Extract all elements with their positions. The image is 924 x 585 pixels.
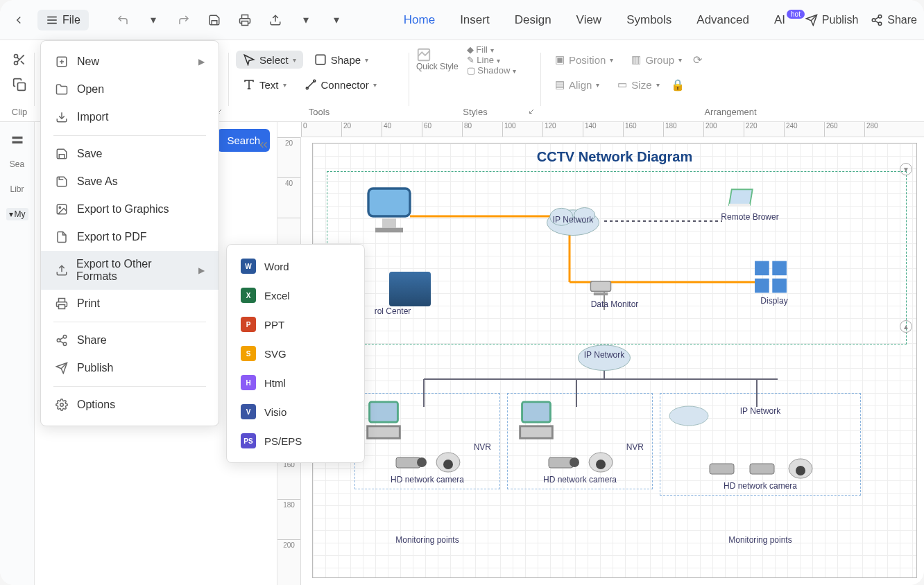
svg-point-62 [570, 457, 579, 467]
connector-tool-button[interactable]: Connector▾ [298, 76, 384, 94]
group-button[interactable]: ▥ Group▾ [624, 51, 689, 69]
layers-icon[interactable] [6, 129, 28, 151]
size-button[interactable]: ▭ Size▾ [610, 76, 666, 94]
more-dropdown[interactable]: ▾ [325, 8, 348, 32]
svg-point-80 [63, 342, 67, 346]
shadow-button[interactable]: ▢ Shadow ▾ [467, 65, 516, 76]
svg-point-56 [417, 457, 427, 467]
svg-rect-47 [594, 292, 608, 295]
file-menu-export-to-graphics[interactable]: Export to Graphics [41, 195, 219, 223]
select-tool-button[interactable]: Select▾ [236, 51, 303, 69]
lock-icon[interactable]: 🔒 [671, 78, 685, 91]
svg-rect-54 [368, 426, 400, 439]
export-format-word[interactable]: WWord [227, 252, 364, 281]
file-menu-export-to-pdf[interactable]: Export to PDF [41, 223, 219, 251]
publish-icon [55, 361, 69, 375]
my-library-item[interactable]: ▾ My [6, 208, 28, 220]
line-button[interactable]: ✎ Line ▾ [467, 55, 516, 65]
svg-point-64 [596, 460, 606, 469]
tab-insert[interactable]: Insert [460, 13, 490, 27]
collapse-panel-button[interactable] [257, 139, 270, 151]
display-node[interactable]: Display [746, 258, 802, 306]
svg-line-81 [60, 341, 63, 343]
export-format-html[interactable]: HHtml [227, 368, 364, 397]
svg-point-78 [63, 335, 67, 339]
tab-advanced[interactable]: Advanced [696, 13, 749, 27]
monitoring-group-1[interactable]: NVR HD network camera [354, 393, 500, 489]
file-menu-print[interactable]: Print [41, 290, 219, 317]
control-center-node[interactable]: rol Center [361, 182, 424, 316]
file-menu-new[interactable]: New▶ [41, 48, 219, 76]
file-menu-button[interactable]: File [37, 10, 89, 30]
svg-rect-53 [370, 402, 398, 422]
text-tool-button[interactable]: Text▾ [236, 76, 293, 94]
import-icon [55, 110, 69, 124]
file-menu-publish[interactable]: Publish [41, 354, 219, 382]
shape-tool-button[interactable]: Shape▾ [307, 51, 375, 69]
group-clipboard-label: Clip [12, 107, 27, 119]
ip-network-node-top[interactable]: IP Network [542, 202, 604, 237]
save-button[interactable] [203, 8, 226, 32]
align-button2[interactable]: ▤ Align▾ [548, 76, 606, 94]
file-menu-open[interactable]: Open [41, 76, 219, 103]
tab-design[interactable]: Design [515, 13, 551, 27]
share-button[interactable]: Share [871, 14, 917, 26]
svg-rect-77 [59, 305, 65, 309]
file-menu-share[interactable]: Share [41, 326, 219, 354]
dialog-launcher-icon[interactable] [529, 106, 537, 114]
export-format-excel[interactable]: XExcel [227, 281, 364, 310]
canvas[interactable]: 020406080100120140160180200220240260280 … [277, 122, 924, 585]
saveas-icon [55, 175, 69, 189]
tab-view[interactable]: View [576, 13, 602, 27]
svg-rect-61 [549, 457, 573, 468]
svg-rect-45 [729, 204, 750, 207]
svg-rect-67 [750, 464, 774, 474]
svg-marker-19 [244, 55, 254, 64]
file-menu: New▶OpenImportSaveSave AsExport to Graph… [40, 40, 219, 426]
svg-point-85 [60, 403, 64, 407]
scroll-down-marker[interactable]: ▼ [900, 163, 912, 175]
monitoring-group-2[interactable]: NVR HD network camera [507, 393, 653, 489]
export-dropdown[interactable]: ▾ [294, 8, 318, 32]
export-button[interactable] [264, 8, 287, 32]
rotate-icon[interactable]: ⟳ [693, 53, 702, 67]
svg-rect-27 [12, 137, 22, 139]
fill-button[interactable]: ◆ Fill ▾ [467, 44, 516, 55]
print-button[interactable] [233, 8, 257, 32]
data-monitor-node[interactable]: Data Monitor [583, 275, 646, 309]
svg-rect-39 [368, 189, 410, 216]
cut-icon[interactable] [12, 53, 26, 67]
file-menu-import[interactable]: Import [41, 103, 219, 131]
file-menu-save-as[interactable]: Save As [41, 168, 219, 195]
copy-icon[interactable] [12, 78, 26, 91]
publish-button[interactable]: Publish [805, 14, 858, 26]
quick-style-button[interactable]: Quick Style [416, 47, 459, 71]
file-menu-save[interactable]: Save [41, 140, 219, 168]
export-format-svg[interactable]: SSVG [227, 339, 364, 368]
export-format-pseps[interactable]: PSPS/EPS [227, 426, 364, 455]
svg-point-79 [57, 339, 60, 342]
page[interactable]: CCTV Network Diagram [312, 143, 917, 578]
undo-button[interactable] [111, 8, 135, 32]
ip-network-node-middle[interactable]: IP Network [573, 338, 635, 372]
file-menu-options[interactable]: Options [41, 391, 219, 419]
svg-rect-60 [520, 426, 553, 439]
redo-button[interactable] [172, 8, 196, 32]
tab-home[interactable]: Home [404, 13, 435, 27]
tab-ai[interactable]: AIhot [774, 13, 803, 27]
undo-dropdown[interactable]: ▾ [142, 8, 165, 32]
ps/eps-icon: PS [241, 433, 256, 448]
tab-symbols[interactable]: Symbols [626, 13, 671, 27]
export-format-visio[interactable]: VVisio [227, 397, 364, 426]
file-menu-export-to-other-formats[interactable]: Export to Other Formats▶ [41, 251, 219, 290]
monitoring-group-3[interactable]: IP Network HD network camera [660, 393, 861, 496]
svg-rect-28 [12, 141, 22, 143]
svg-rect-41 [375, 228, 403, 233]
remote-browser-node[interactable]: Remote Brower [715, 182, 785, 222]
back-button[interactable] [7, 8, 31, 32]
monitoring-label-1: Monitoring points [354, 535, 500, 545]
position-button[interactable]: ▣ Position▾ [548, 51, 620, 69]
svg-rect-20 [316, 55, 325, 64]
export-format-ppt[interactable]: PPPT [227, 310, 364, 339]
scroll-up-marker[interactable]: ▲ [900, 320, 912, 333]
